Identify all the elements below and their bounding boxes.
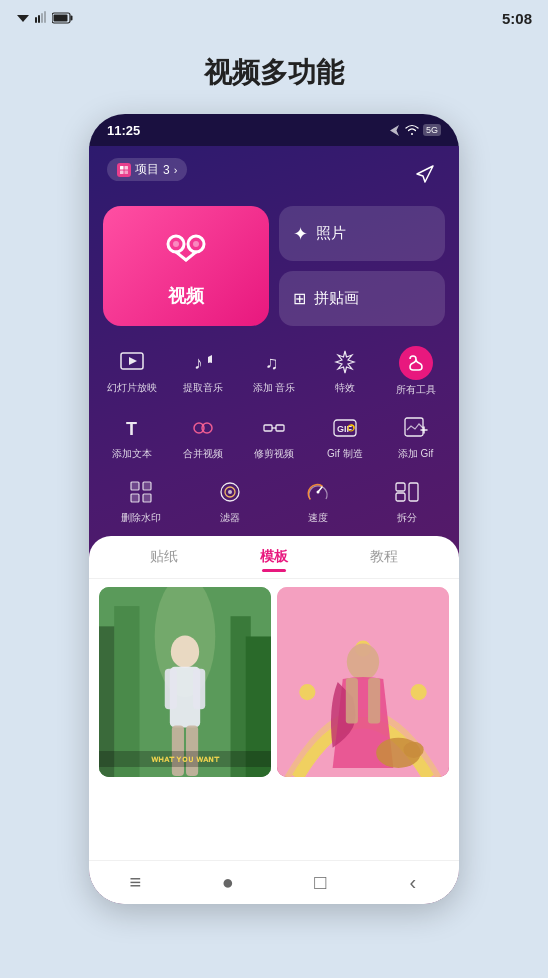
nav-menu-button[interactable]: ≡ — [115, 863, 155, 903]
svg-rect-4 — [44, 11, 46, 23]
tool-slideshow[interactable]: 幻灯片放映 — [99, 340, 166, 402]
add-text-icon: T — [116, 412, 148, 444]
tool-remove-watermark[interactable]: 删除水印 — [99, 470, 184, 530]
nav-home-button[interactable]: ● — [208, 863, 248, 903]
extract-music-icon: ♪ — [187, 346, 219, 378]
chevron-left-icon: ‹ — [409, 871, 416, 894]
project-arrow: › — [174, 164, 178, 176]
template-thumbnail-2 — [277, 587, 449, 777]
svg-point-59 — [299, 684, 315, 700]
tool-gif-make[interactable]: GIF Gif 制造 — [311, 406, 378, 466]
svg-line-15 — [186, 252, 196, 260]
tool-effects[interactable]: 特效 — [311, 340, 378, 402]
tool-merge-video[interactable]: 合并视频 — [170, 406, 237, 466]
tool-add-gif-label: 添加 Gif — [398, 448, 434, 460]
phone-wifi-icon — [405, 124, 419, 136]
hamburger-icon: ≡ — [129, 871, 141, 894]
tab-tutorials[interactable]: 教程 — [370, 548, 398, 572]
photo-button[interactable]: ✦ 照片 — [279, 206, 445, 261]
svg-marker-0 — [17, 15, 29, 22]
svg-marker-19 — [129, 357, 137, 365]
tool-all-tools-label: 所有工具 — [396, 384, 436, 396]
tool-add-text-label: 添加文本 — [112, 448, 152, 460]
svg-rect-11 — [125, 170, 129, 174]
svg-rect-45 — [409, 483, 418, 501]
all-tools-icon — [399, 346, 433, 380]
template-thumbnail-1: ᴡʜᴀᴛ ʏᴏᴜ ᴡᴀɴᴛ — [99, 587, 271, 777]
add-gif-icon — [400, 412, 432, 444]
page-title: 视频多功能 — [204, 54, 344, 92]
tool-add-gif[interactable]: 添加 Gif — [382, 406, 449, 466]
remove-watermark-icon — [125, 476, 157, 508]
svg-line-14 — [176, 252, 186, 260]
tab-templates[interactable]: 模板 — [260, 548, 288, 572]
svg-rect-9 — [125, 166, 129, 170]
video-button[interactable]: 视频 — [103, 206, 269, 326]
svg-rect-6 — [71, 16, 73, 21]
svg-rect-10 — [120, 170, 124, 174]
tool-extract-music-label: 提取音乐 — [183, 382, 223, 394]
gif-make-icon: GIF — [329, 412, 361, 444]
svg-rect-31 — [405, 418, 423, 436]
speed-icon — [302, 476, 334, 508]
template-overlay-1: ᴡʜᴀᴛ ʏᴏᴜ ᴡᴀɴᴛ — [99, 751, 271, 767]
svg-rect-2 — [38, 15, 40, 23]
phone-time: 11:25 — [107, 123, 140, 138]
phone-mockup: 11:25 5G 项目 3 › — [89, 114, 459, 904]
tool-filter-label: 滤器 — [220, 512, 240, 524]
nav-close-button[interactable]: ‹ — [393, 863, 433, 903]
project-badge[interactable]: 项目 3 › — [107, 158, 187, 181]
tool-add-music[interactable]: ♫ 添加 音乐 — [241, 340, 308, 402]
system-status-bar: 5:08 — [0, 0, 548, 36]
nav-back-button[interactable]: □ — [300, 863, 340, 903]
phone-status-bar: 11:25 5G — [89, 114, 459, 146]
filter-icon — [214, 476, 246, 508]
grid-icon: ⊞ — [293, 289, 306, 308]
right-action-buttons: ✦ 照片 ⊞ 拼贴画 — [279, 206, 445, 326]
status-left-icons — [16, 11, 74, 25]
svg-point-40 — [228, 490, 232, 494]
svg-rect-44 — [396, 493, 405, 501]
effects-icon — [329, 346, 361, 378]
tool-filter[interactable]: 滤器 — [188, 470, 273, 530]
svg-rect-54 — [165, 669, 177, 709]
airplane-icon — [388, 124, 401, 137]
svg-rect-8 — [120, 166, 124, 170]
svg-text:♪: ♪ — [194, 353, 203, 373]
svg-rect-26 — [276, 425, 284, 431]
template-item-1[interactable]: ᴡʜᴀᴛ ʏᴏᴜ ᴡᴀɴᴛ — [99, 587, 271, 777]
svg-point-62 — [347, 644, 379, 680]
photo-label: 照片 — [316, 224, 346, 243]
merge-video-icon — [187, 412, 219, 444]
collage-button[interactable]: ⊞ 拼贴画 — [279, 271, 445, 326]
svg-point-66 — [403, 742, 423, 758]
tool-speed[interactable]: 速度 — [276, 470, 361, 530]
svg-point-52 — [171, 635, 199, 667]
tool-extract-music[interactable]: ♪ 提取音乐 — [170, 340, 237, 402]
trim-video-icon — [258, 412, 290, 444]
tool-slideshow-label: 幻灯片放映 — [107, 382, 157, 394]
tool-trim-video[interactable]: 修剪视频 — [241, 406, 308, 466]
tab-stickers[interactable]: 贴纸 — [150, 548, 178, 572]
scissors-icon — [160, 224, 212, 276]
tool-add-text[interactable]: T 添加文本 — [99, 406, 166, 466]
svg-rect-63 — [346, 678, 358, 724]
square-icon: □ — [314, 871, 326, 894]
svg-text:T: T — [126, 419, 137, 439]
tool-all-tools[interactable]: 所有工具 — [382, 340, 449, 402]
svg-text:♫: ♫ — [265, 353, 279, 373]
network-badge: 5G — [423, 124, 441, 136]
home-dot-icon: ● — [222, 871, 234, 894]
project-count: 3 — [163, 163, 170, 177]
send-icon — [413, 162, 437, 186]
add-music-icon: ♫ — [258, 346, 290, 378]
send-button[interactable] — [409, 158, 441, 190]
template-item-2[interactable] — [277, 587, 449, 777]
bottom-nav: ≡ ● □ ‹ — [89, 860, 459, 904]
svg-rect-25 — [264, 425, 272, 431]
svg-rect-43 — [396, 483, 405, 491]
tool-trim-video-label: 修剪视频 — [254, 448, 294, 460]
tool-speed-label: 速度 — [308, 512, 328, 524]
tool-gif-make-label: Gif 制造 — [327, 448, 363, 460]
tool-split[interactable]: 拆分 — [365, 470, 450, 530]
